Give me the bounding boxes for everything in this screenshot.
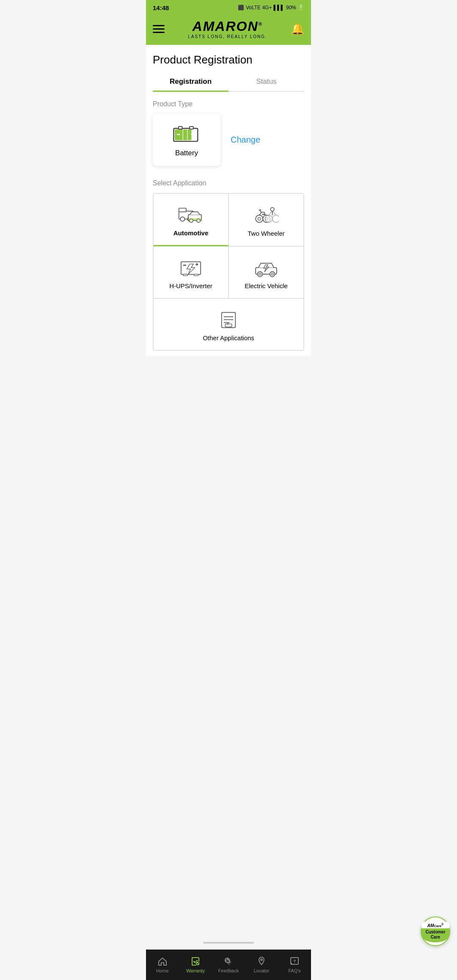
battery-product-card[interactable]: Battery [153,114,220,166]
app-hups-inverter[interactable]: H-UPS/Inverter [153,246,228,298]
svg-point-44 [259,273,261,275]
product-type-section: Product Type [146,92,311,171]
hups-inverter-label: H-UPS/Inverter [169,282,212,289]
locator-icon [256,956,267,966]
svg-point-11 [180,217,184,221]
svg-rect-39 [183,274,187,275]
select-application-section: Select Application [146,171,311,356]
status-time: 14:48 [153,4,169,11]
nav-faqs[interactable]: ? FAQ's [282,956,307,973]
app-two-wheeler[interactable]: Two Wheeler [228,193,304,246]
svg-rect-10 [179,208,186,212]
two-wheeler-label: Two Wheeler [248,230,285,237]
svg-point-28 [273,215,279,222]
two-wheeler-icon [253,204,279,226]
warranty-icon [190,956,201,966]
nav-feedback[interactable]: Feedback [216,956,241,973]
electric-vehicle-icon [253,257,279,278]
faqs-icon: ? [289,956,300,966]
page-content: Product Registration Registration Status [146,45,311,92]
other-applications-icon: - + [216,309,241,330]
nav-feedback-label: Feedback [218,968,239,973]
svg-rect-16 [188,218,201,220]
product-type-row: Battery Change [153,114,304,166]
svg-point-18 [258,217,261,220]
svg-rect-2 [190,127,193,129]
network-text: VoLTE 4G+ [246,5,272,11]
battery-label: Battery [175,149,198,157]
nav-home[interactable]: Home [150,956,175,973]
scroll-indicator [203,942,254,944]
svg-rect-40 [194,274,198,275]
hamburger-menu[interactable] [153,25,165,33]
nav-warranty-label: Warranty [186,968,205,973]
svg-line-29 [269,212,271,215]
app-automotive[interactable]: Automotive [153,193,228,246]
signal-icon: ▌▌▌ [273,5,284,11]
automotive-icon [178,204,204,225]
svg-text:+: + [230,325,231,327]
scroll-indicator-container [146,936,311,950]
change-button[interactable]: Change [231,135,260,145]
product-type-label: Product Type [153,100,304,108]
svg-text:-: - [226,325,227,327]
svg-rect-36 [183,265,186,266]
svg-point-45 [271,273,273,275]
app-other-applications[interactable]: - + Other Applications [153,298,304,350]
svg-text:?: ? [293,959,296,964]
svg-rect-38 [196,263,197,266]
app-electric-vehicle[interactable]: Electric Vehicle [228,246,304,298]
hups-inverter-icon [178,257,204,278]
svg-line-19 [259,212,262,215]
logo-text: AMARON® [188,19,267,34]
scroll-area: Product Type [146,92,311,394]
home-icon [157,956,168,966]
svg-point-27 [265,215,272,222]
feedback-icon [223,956,234,966]
nav-locator-label: Locator [254,968,270,973]
svg-line-24 [260,211,261,212]
tab-status[interactable]: Status [228,73,304,91]
svg-rect-1 [179,127,182,129]
status-icons: ⬛ VoLTE 4G+ ▌▌▌ 90% 🔋 [238,5,304,11]
app-header: AMARON® LASTS LONG, REALLY LONG. 🔔 [146,15,311,45]
nav-faqs-label: FAQ's [288,968,301,973]
logo-tagline: LASTS LONG, REALLY LONG. [188,34,267,39]
svg-rect-4 [177,134,180,135]
nav-warranty[interactable]: Warranty [183,956,208,973]
svg-line-31 [274,212,276,215]
status-bar: 14:48 ⬛ VoLTE 4G+ ▌▌▌ 90% 🔋 [146,0,311,15]
automotive-label: Automotive [173,229,209,237]
bottom-navigation: Home Warranty Feedback Locator [146,950,311,980]
nav-home-label: Home [156,968,168,973]
svg-rect-6 [192,132,193,135]
electric-vehicle-label: Electric Vehicle [245,282,288,289]
logo: AMARON® LASTS LONG, REALLY LONG. [188,19,267,39]
page-title: Product Registration [153,53,304,66]
notification-bell-icon[interactable]: 🔔 [291,22,304,36]
battery-icon [172,122,201,146]
sim-icon: ⬛ [238,5,244,11]
application-grid: Automotive [153,193,304,351]
other-applications-label: Other Applications [203,334,254,341]
battery-text: 90% [286,5,296,11]
nav-locator[interactable]: Locator [249,956,274,973]
tabs-container: Registration Status [153,73,304,92]
select-application-label: Select Application [153,179,304,187]
svg-point-32 [270,207,274,211]
tab-registration[interactable]: Registration [153,73,228,91]
battery-icon: 🔋 [298,5,304,11]
